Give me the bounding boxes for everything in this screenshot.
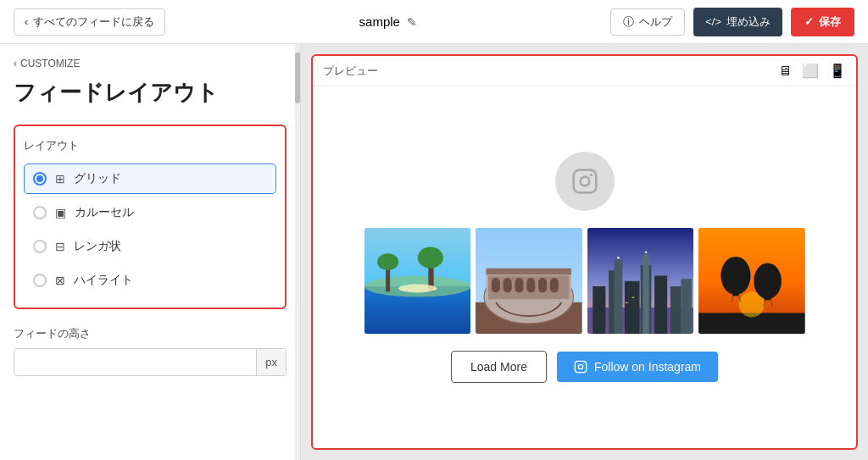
svg-rect-50 bbox=[575, 362, 586, 373]
load-more-label: Load More bbox=[470, 360, 527, 374]
embed-button-label: 埋め込み bbox=[726, 14, 771, 30]
svg-point-51 bbox=[578, 365, 582, 369]
back-button[interactable]: ‹ すべてのフィードに戻る bbox=[14, 8, 165, 36]
embed-code-icon: </> bbox=[705, 15, 721, 28]
preview-label: プレビュー bbox=[323, 64, 378, 79]
sidebar-scrollbar-thumb bbox=[295, 53, 300, 103]
svg-rect-32 bbox=[654, 275, 667, 334]
svg-point-10 bbox=[398, 284, 437, 292]
layout-highlight-label: ハイライト bbox=[74, 273, 133, 288]
customize-label: CUSTOMIZE bbox=[20, 58, 80, 69]
feed-height-section: フィードの高さ px bbox=[14, 326, 287, 376]
highlight-icon: ⊠ bbox=[55, 274, 65, 287]
instagram-avatar bbox=[555, 152, 615, 211]
feed-height-label: フィードの高さ bbox=[14, 326, 287, 341]
grid-icon: ⊞ bbox=[55, 172, 65, 186]
topbar: ‹ すべてのフィードに戻る sample ✎ ⓘ ヘルプ </> 埋め込み ✓ … bbox=[0, 0, 868, 44]
desktop-icon[interactable]: 🖥 bbox=[778, 64, 792, 79]
help-circle-icon: ⓘ bbox=[623, 14, 634, 30]
feed-height-input[interactable] bbox=[14, 349, 256, 375]
svg-rect-23 bbox=[487, 268, 571, 274]
radio-masonry bbox=[33, 240, 47, 253]
preview-content: Load More Follow on Instagram bbox=[313, 86, 856, 448]
help-button[interactable]: ⓘ ヘルプ bbox=[610, 8, 685, 36]
topbar-center: sample ✎ bbox=[359, 14, 417, 29]
save-button[interactable]: ✓ 保存 bbox=[791, 8, 854, 36]
layout-masonry-label: レンガ状 bbox=[74, 239, 121, 254]
svg-point-44 bbox=[754, 263, 782, 299]
checkmark-icon: ✓ bbox=[804, 15, 814, 28]
instagram-logo-icon bbox=[571, 168, 598, 195]
svg-point-36 bbox=[644, 251, 647, 253]
svg-point-7 bbox=[417, 247, 442, 268]
page-title: フィードレイアウト bbox=[14, 78, 287, 108]
feed-height-unit: px bbox=[256, 349, 286, 375]
help-button-label: ヘルプ bbox=[639, 14, 672, 30]
svg-rect-20 bbox=[526, 278, 535, 293]
layout-option-masonry[interactable]: ⊟ レンガ状 bbox=[24, 231, 276, 262]
svg-point-52 bbox=[583, 363, 584, 364]
svg-rect-28 bbox=[614, 259, 622, 334]
radio-carousel bbox=[33, 206, 47, 219]
customize-breadcrumb[interactable]: ‹ CUSTOMIZE bbox=[14, 58, 287, 69]
back-chevron-icon: ‹ bbox=[25, 15, 28, 28]
feed-height-input-wrap: px bbox=[14, 348, 287, 376]
tablet-icon[interactable]: ⬜ bbox=[802, 63, 819, 79]
topbar-right: ⓘ ヘルプ </> 埋め込み ✓ 保存 bbox=[610, 8, 854, 36]
device-icons: 🖥 ⬜ 📱 bbox=[778, 63, 846, 79]
layout-option-highlight[interactable]: ⊠ ハイライト bbox=[24, 265, 276, 296]
svg-point-1 bbox=[580, 176, 589, 186]
svg-rect-34 bbox=[681, 279, 692, 334]
action-buttons: Load More Follow on Instagram bbox=[451, 351, 718, 383]
svg-rect-18 bbox=[504, 278, 512, 293]
radio-highlight bbox=[33, 274, 47, 287]
svg-rect-26 bbox=[593, 286, 605, 334]
mobile-icon[interactable]: 📱 bbox=[829, 63, 846, 79]
load-more-button[interactable]: Load More bbox=[451, 351, 547, 383]
back-button-label: すべてのフィードに戻る bbox=[33, 14, 154, 30]
photo-item-1 bbox=[364, 228, 471, 335]
svg-rect-21 bbox=[538, 278, 547, 293]
svg-point-42 bbox=[721, 257, 750, 295]
preview-box: プレビュー 🖥 ⬜ 📱 bbox=[311, 54, 858, 450]
layout-option-grid[interactable]: ⊞ グリッド bbox=[24, 163, 276, 194]
save-button-label: 保存 bbox=[819, 14, 841, 30]
site-name: sample bbox=[359, 14, 400, 29]
svg-rect-19 bbox=[515, 278, 523, 293]
svg-rect-38 bbox=[632, 297, 634, 297]
photo-item-2 bbox=[476, 228, 582, 335]
main-layout: ‹ CUSTOMIZE フィードレイアウト レイアウト ⊞ グリッド ▣ カルー… bbox=[0, 44, 868, 460]
svg-rect-22 bbox=[550, 278, 559, 293]
preview-header: プレビュー 🖥 ⬜ 📱 bbox=[313, 56, 856, 86]
preview-area: プレビュー 🖥 ⬜ 📱 bbox=[301, 44, 868, 460]
follow-label: Follow on Instagram bbox=[594, 360, 701, 374]
layout-options-box: レイアウト ⊞ グリッド ▣ カルーセル ⊟ レンガ状 bbox=[14, 125, 287, 309]
svg-point-35 bbox=[617, 257, 620, 259]
instagram-button-icon bbox=[574, 360, 587, 374]
chevron-left-icon: ‹ bbox=[14, 58, 17, 69]
svg-rect-0 bbox=[573, 169, 596, 192]
sidebar-scrollbar[interactable] bbox=[295, 44, 300, 460]
svg-point-9 bbox=[377, 253, 398, 270]
svg-rect-45 bbox=[765, 296, 771, 300]
svg-rect-43 bbox=[732, 291, 739, 296]
photo-grid bbox=[364, 228, 805, 335]
svg-rect-31 bbox=[643, 254, 649, 334]
layout-option-carousel[interactable]: ▣ カルーセル bbox=[24, 197, 276, 228]
svg-rect-17 bbox=[492, 278, 500, 293]
layout-grid-label: グリッド bbox=[74, 171, 121, 186]
layout-section-label: レイアウト bbox=[24, 138, 276, 153]
layout-carousel-label: カルーセル bbox=[75, 205, 134, 220]
svg-rect-37 bbox=[626, 302, 628, 303]
svg-rect-33 bbox=[670, 286, 681, 334]
masonry-icon: ⊟ bbox=[55, 240, 65, 253]
photo-item-4 bbox=[698, 228, 805, 335]
svg-point-2 bbox=[589, 174, 592, 176]
embed-button[interactable]: </> 埋め込み bbox=[693, 8, 782, 36]
topbar-left: ‹ すべてのフィードに戻る bbox=[14, 8, 165, 36]
follow-instagram-button[interactable]: Follow on Instagram bbox=[557, 352, 718, 382]
svg-rect-29 bbox=[624, 281, 639, 335]
edit-icon[interactable]: ✎ bbox=[407, 15, 417, 29]
carousel-icon: ▣ bbox=[55, 206, 66, 219]
sidebar: ‹ CUSTOMIZE フィードレイアウト レイアウト ⊞ グリッド ▣ カルー… bbox=[0, 44, 301, 460]
